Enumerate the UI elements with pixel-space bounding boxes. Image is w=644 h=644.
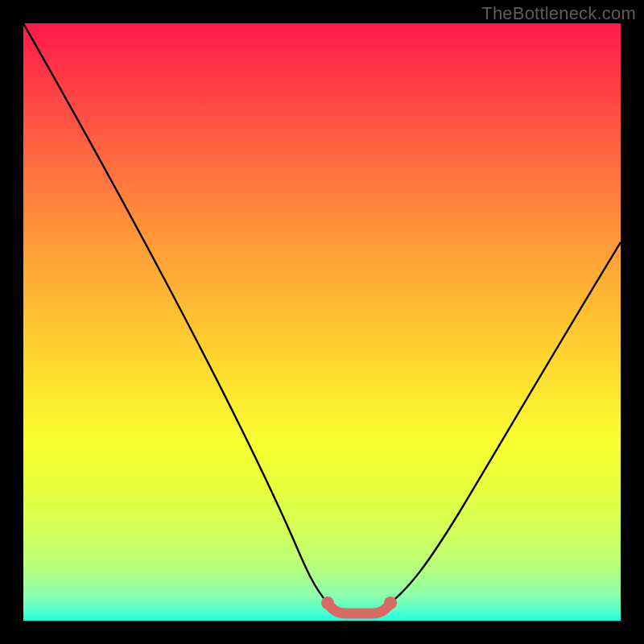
bottleneck-curve: [23, 23, 621, 621]
watermark-text: TheBottleneck.com: [481, 3, 636, 24]
curve-left-path: [23, 23, 328, 603]
optimal-range-right-dot: [384, 597, 397, 609]
plot-area: [23, 23, 621, 621]
optimal-range-left-dot: [321, 597, 334, 609]
optimal-range-path: [328, 603, 390, 613]
curve-right-path: [390, 242, 621, 603]
chart-frame: TheBottleneck.com: [0, 0, 644, 644]
